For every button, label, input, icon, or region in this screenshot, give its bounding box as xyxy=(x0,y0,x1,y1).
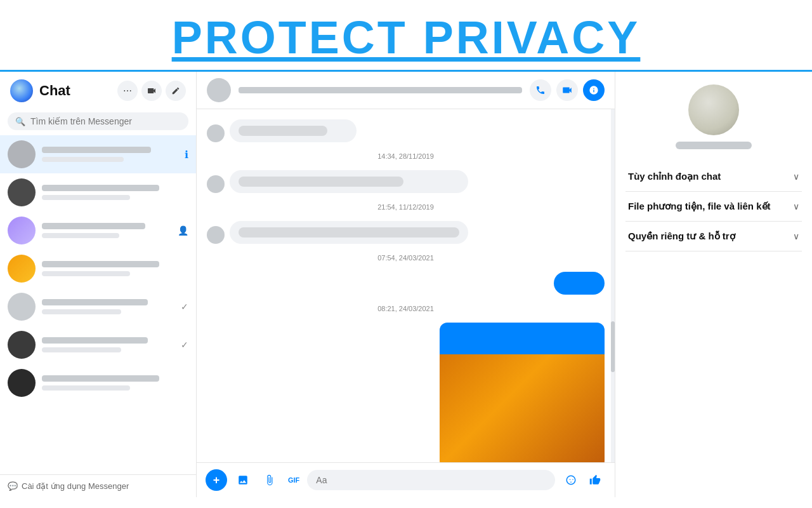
image-button[interactable] xyxy=(232,469,254,491)
emoji-button[interactable] xyxy=(560,469,582,491)
chat-name xyxy=(42,261,159,267)
phone-call-button[interactable] xyxy=(530,79,551,101)
video-call-button[interactable] xyxy=(556,79,578,101)
chat-info xyxy=(42,185,188,200)
timestamp-label: 08:21, 24/03/2021 xyxy=(207,305,605,312)
chevron-down-icon: ∨ xyxy=(793,201,799,211)
check-icon: ✓ xyxy=(181,340,188,350)
panel-section-header[interactable]: Quyền riêng tư & hỗ trợ ∨ xyxy=(625,231,802,242)
message-row xyxy=(207,323,605,462)
gif-button[interactable]: GIF xyxy=(285,469,302,491)
chat-info xyxy=(42,147,178,162)
chat-list: ℹ 👤 xyxy=(0,135,196,474)
scrollbar-thumb[interactable] xyxy=(611,321,615,372)
avatar xyxy=(8,178,36,206)
timestamp-label: 14:34, 28/11/2019 xyxy=(207,152,605,160)
message-bubble xyxy=(230,119,357,142)
profile-avatar xyxy=(688,84,739,135)
avatar xyxy=(8,255,36,283)
banner-title: PROTECT PRIVACY xyxy=(0,11,812,64)
message-row xyxy=(207,221,605,244)
panel-section-header[interactable]: Tùy chỉnh đoạn chat ∨ xyxy=(625,171,802,182)
chat-badge: 👤 xyxy=(178,225,188,236)
compose-button[interactable] xyxy=(166,81,186,101)
messages-area: 14:34, 28/11/2019 21:54, 11/12/2019 07:5… xyxy=(197,109,615,462)
chevron-down-icon: ∨ xyxy=(793,231,799,241)
search-bar[interactable]: 🔍 xyxy=(8,112,188,130)
message-row xyxy=(207,119,605,142)
chat-name xyxy=(42,375,159,382)
chat-badge: ✓ xyxy=(181,302,188,312)
chat-input-bar: + GIF xyxy=(197,462,615,497)
chat-preview xyxy=(42,157,124,162)
chat-header xyxy=(197,72,615,109)
sidebar-title: Chat xyxy=(39,83,111,99)
attachment-button[interactable] xyxy=(259,469,280,491)
check-icon: ✓ xyxy=(181,302,188,312)
search-icon: 🔍 xyxy=(15,117,25,126)
chat-item[interactable]: 👤 xyxy=(0,211,196,250)
chat-header-actions xyxy=(530,79,605,101)
sidebar-header: Chat ⋯ xyxy=(0,72,196,110)
chat-item[interactable]: ✓ xyxy=(0,288,196,326)
panel-section-header[interactable]: File phương tiện, file và liên kết ∨ xyxy=(625,201,802,212)
sidebar: Chat ⋯ 🔍 xyxy=(0,72,197,497)
chat-info xyxy=(42,299,174,314)
protect-privacy-banner: PROTECT PRIVACY xyxy=(0,0,812,72)
like-button[interactable] xyxy=(584,469,606,491)
new-video-call-button[interactable] xyxy=(141,81,162,101)
chat-header-avatar xyxy=(207,78,231,102)
scrollbar-track[interactable] xyxy=(611,109,615,462)
chat-badge: ℹ xyxy=(185,149,188,161)
timestamp-label: 07:54, 24/03/2021 xyxy=(207,254,605,262)
message-bubble xyxy=(230,170,468,193)
chat-name xyxy=(42,337,148,344)
chat-preview xyxy=(42,309,121,314)
avatar xyxy=(8,293,36,321)
messenger-logo xyxy=(10,79,33,102)
search-input[interactable] xyxy=(30,116,181,126)
chat-item[interactable]: ℹ xyxy=(0,135,196,173)
avatar xyxy=(8,331,36,359)
chat-item[interactable] xyxy=(0,250,196,288)
panel-section-privacy: Quyền riêng tư & hỗ trợ ∨ xyxy=(625,222,802,251)
msg-avatar xyxy=(207,226,225,244)
chat-name xyxy=(42,185,159,191)
panel-section-customize: Tùy chỉnh đoạn chat ∨ xyxy=(625,162,802,192)
chat-preview xyxy=(42,385,130,391)
messenger-settings[interactable]: 💬 Cài đặt ứng dụng Messenger xyxy=(0,474,196,497)
chat-item[interactable] xyxy=(0,364,196,402)
chat-item[interactable]: ✓ xyxy=(0,326,196,364)
chat-header-name xyxy=(239,87,522,93)
msg-avatar xyxy=(207,175,225,193)
chat-preview xyxy=(42,233,119,238)
add-button[interactable]: + xyxy=(206,469,227,491)
profile-name xyxy=(676,142,752,149)
message-input[interactable] xyxy=(307,470,555,490)
settings-label: Cài đặt ứng dụng Messenger xyxy=(22,481,129,491)
info-button[interactable] xyxy=(583,79,605,101)
input-right-actions xyxy=(560,469,606,491)
chat-info xyxy=(42,337,174,352)
person-icon: 👤 xyxy=(178,225,188,236)
blurred-text xyxy=(239,177,403,187)
main-layout: Chat ⋯ 🔍 xyxy=(0,72,812,497)
chat-window: 14:34, 28/11/2019 21:54, 11/12/2019 07:5… xyxy=(197,72,615,497)
sidebar-icon-buttons: ⋯ xyxy=(117,81,186,101)
panel-section-title: Tùy chỉnh đoạn chat xyxy=(628,171,721,182)
chat-preview xyxy=(42,271,130,276)
message-bubble xyxy=(554,272,605,295)
chat-name xyxy=(42,223,145,229)
panel-section-title: File phương tiện, file và liên kết xyxy=(628,201,771,212)
message-bubble xyxy=(230,221,468,244)
more-options-button[interactable]: ⋯ xyxy=(117,81,138,101)
settings-icon: 💬 xyxy=(8,481,18,491)
blurred-text xyxy=(239,227,459,237)
chat-item[interactable] xyxy=(0,173,196,211)
chat-badge: ✓ xyxy=(181,340,188,350)
msg-avatar xyxy=(207,124,225,142)
avatar xyxy=(8,369,36,397)
chat-info xyxy=(42,375,188,391)
timestamp-label: 21:54, 11/12/2019 xyxy=(207,203,605,211)
panel-section-media: File phương tiện, file và liên kết ∨ xyxy=(625,192,802,222)
